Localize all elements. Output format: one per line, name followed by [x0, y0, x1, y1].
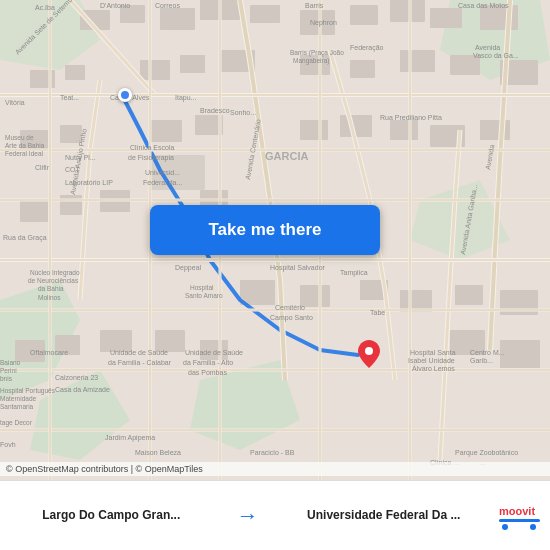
svg-text:Federal Ideal: Federal Ideal	[5, 150, 43, 157]
svg-text:Unidade de Saúde: Unidade de Saúde	[185, 349, 243, 356]
svg-text:Casa das Motos: Casa das Motos	[458, 2, 509, 9]
svg-rect-35	[480, 120, 510, 140]
svg-text:Avenida: Avenida	[475, 44, 500, 51]
destination-marker	[358, 340, 380, 368]
svg-point-154	[365, 347, 373, 355]
moovit-logo: moovit	[495, 501, 550, 531]
svg-text:Universid...: Universid...	[145, 169, 180, 176]
svg-text:Oftalmocare: Oftalmocare	[30, 349, 68, 356]
svg-rect-31	[300, 120, 328, 140]
origin-name: Largo Do Campo Gran...	[42, 508, 180, 522]
svg-text:Teat...: Teat...	[60, 94, 79, 101]
take-me-there-button[interactable]: Take me there	[150, 205, 380, 255]
svg-text:Barris: Barris	[305, 2, 324, 9]
svg-text:Arte da Bahia: Arte da Bahia	[5, 142, 45, 149]
svg-text:Correos: Correos	[155, 2, 180, 9]
svg-text:Sonho...: Sonho...	[230, 109, 256, 116]
svg-text:Barris (Praça João: Barris (Praça João	[290, 49, 344, 57]
svg-text:Álvaro Lemos: Álvaro Lemos	[412, 364, 455, 372]
svg-text:Rua da Graça: Rua da Graça	[3, 234, 47, 242]
svg-text:D'Antonio: D'Antonio	[100, 2, 130, 9]
svg-rect-33	[390, 120, 418, 140]
svg-text:de Fisioterapia: de Fisioterapia	[128, 154, 174, 162]
svg-text:Maternidade: Maternidade	[0, 395, 37, 402]
svg-text:Unidade de Saúde: Unidade de Saúde	[110, 349, 168, 356]
svg-text:Núcleo Integrado: Núcleo Integrado	[30, 269, 80, 277]
svg-rect-44	[455, 285, 483, 305]
svg-text:moovit: moovit	[499, 505, 535, 517]
svg-text:tage Decor: tage Decor	[0, 419, 33, 427]
svg-text:Isabel Unidade: Isabel Unidade	[408, 357, 455, 364]
svg-text:Campo Santo: Campo Santo	[270, 314, 313, 322]
svg-text:Rua Prediliano Pitta: Rua Prediliano Pitta	[380, 114, 442, 121]
svg-text:Clínica Escola: Clínica Escola	[130, 144, 174, 151]
svg-text:Hospital Português: Hospital Português	[0, 387, 56, 395]
svg-text:Ac.Iba: Ac.Iba	[35, 4, 55, 11]
svg-rect-37	[60, 195, 82, 215]
svg-text:Deppeal: Deppeal	[175, 264, 202, 272]
svg-text:Parque Zoobotânico: Parque Zoobotânico	[455, 449, 518, 457]
svg-rect-18	[140, 60, 170, 80]
svg-text:Avenida: Avenida	[484, 144, 495, 170]
destination-endpoint: Universidade Federal Da ...	[273, 481, 496, 550]
svg-marker-1	[30, 370, 130, 460]
svg-text:Vasco da Ga...: Vasco da Ga...	[473, 52, 519, 59]
svg-text:de Neurociências: de Neurociências	[28, 277, 79, 284]
svg-text:bnis: bnis	[0, 375, 13, 382]
svg-rect-17	[65, 65, 85, 80]
svg-text:Itapu...: Itapu...	[175, 94, 196, 102]
svg-text:da Familia - Calabar: da Familia - Calabar	[108, 359, 172, 366]
svg-text:da Familia - Alto: da Familia - Alto	[183, 359, 233, 366]
svg-text:Mangabeira): Mangabeira)	[293, 57, 330, 65]
svg-point-157	[502, 524, 508, 530]
svg-text:Jardim Apipema: Jardim Apipema	[105, 434, 155, 442]
svg-text:Federação: Federação	[350, 44, 384, 52]
bottom-bar: Largo Do Campo Gran... → Universidade Fe…	[0, 480, 550, 550]
svg-text:Perini: Perini	[0, 367, 17, 374]
svg-rect-8	[160, 8, 195, 30]
svg-text:Federal da...: Federal da...	[143, 179, 182, 186]
svg-text:Hospital Santa: Hospital Santa	[410, 349, 456, 357]
svg-text:Tamplica: Tamplica	[340, 269, 368, 277]
svg-text:Tabe: Tabe	[370, 309, 385, 316]
svg-text:Molinos: Molinos	[38, 294, 61, 301]
svg-text:Calzoneria 23: Calzoneria 23	[55, 374, 98, 381]
svg-text:Hospital Salvador: Hospital Salvador	[270, 264, 326, 272]
svg-rect-10	[250, 5, 280, 23]
svg-rect-13	[390, 0, 425, 22]
svg-rect-22	[350, 60, 375, 78]
svg-rect-156	[499, 519, 540, 522]
svg-text:Vitória: Vitória	[5, 99, 25, 106]
svg-text:Casa da Amizade: Casa da Amizade	[55, 386, 110, 393]
destination-name: Universidade Federal Da ...	[307, 508, 460, 522]
svg-text:Nephron: Nephron	[310, 19, 337, 27]
svg-text:Garib...: Garib...	[470, 357, 493, 364]
svg-text:Baiano: Baiano	[0, 359, 21, 366]
svg-text:Santamaria: Santamaria	[0, 403, 34, 410]
svg-text:Cemitério: Cemitério	[275, 304, 305, 311]
svg-text:Fovh: Fovh	[0, 441, 16, 448]
svg-text:da Bahia: da Bahia	[38, 285, 64, 292]
svg-text:Bradesco: Bradesco	[200, 107, 230, 114]
svg-rect-14	[430, 8, 462, 28]
svg-text:GARCIA: GARCIA	[265, 150, 308, 162]
svg-text:Museu de: Museu de	[5, 134, 34, 141]
svg-rect-40	[240, 280, 275, 305]
svg-point-158	[530, 524, 536, 530]
svg-rect-52	[500, 340, 540, 368]
origin-marker	[118, 88, 132, 102]
svg-text:Maison Beleza: Maison Beleza	[135, 449, 181, 456]
svg-rect-36	[20, 200, 48, 222]
map-container: Ac.Iba D'Antonio Correos Barris Casa das…	[0, 0, 550, 480]
svg-rect-12	[350, 5, 378, 25]
route-arrow: →	[223, 503, 273, 529]
svg-text:Hospital: Hospital	[190, 284, 214, 292]
origin-endpoint: Largo Do Campo Gran...	[0, 481, 223, 550]
svg-text:Centro M...: Centro M...	[470, 349, 505, 356]
svg-text:Clifir: Clifir	[35, 164, 50, 171]
svg-text:das Pombas: das Pombas	[188, 369, 227, 376]
svg-text:Paraciclo - BB: Paraciclo - BB	[250, 449, 295, 456]
svg-rect-28	[150, 120, 182, 142]
map-attribution: © OpenStreetMap contributors | © OpenMap…	[0, 462, 550, 476]
svg-text:Santo Amaro: Santo Amaro	[185, 292, 223, 299]
